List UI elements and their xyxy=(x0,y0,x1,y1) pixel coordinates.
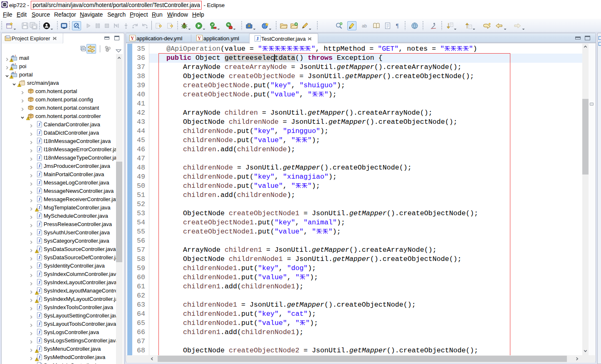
svg-text:J: J xyxy=(15,63,16,65)
svg-text:M: M xyxy=(12,63,14,66)
svg-text:J: J xyxy=(38,164,40,168)
svg-text:J: J xyxy=(38,338,40,343)
svg-text:J: J xyxy=(38,330,40,334)
svg-text:J: J xyxy=(38,322,40,326)
svg-text:J: J xyxy=(38,155,40,160)
svg-text:J: J xyxy=(38,239,40,243)
svg-text:J: J xyxy=(38,255,40,260)
svg-text:J: J xyxy=(38,263,40,268)
svg-text:M: M xyxy=(12,55,14,57)
svg-text:J: J xyxy=(38,130,40,135)
svg-text:J: J xyxy=(38,180,40,185)
svg-text:J: J xyxy=(38,222,40,226)
svg-text:Y: Y xyxy=(198,35,201,41)
svg-text:Y: Y xyxy=(131,35,134,41)
svg-text:ab: ab xyxy=(362,23,367,28)
svg-text:J: J xyxy=(38,122,40,127)
svg-text:J: J xyxy=(38,272,40,276)
svg-text:¶: ¶ xyxy=(396,23,399,29)
svg-text:J: J xyxy=(15,71,16,74)
svg-text:J: J xyxy=(38,197,40,202)
svg-text:J: J xyxy=(38,305,40,310)
svg-text:J: J xyxy=(38,313,40,318)
svg-text:M: M xyxy=(12,71,14,74)
svg-text:J: J xyxy=(38,172,40,177)
svg-text:J: J xyxy=(38,189,40,193)
svg-text:J: J xyxy=(38,280,40,285)
svg-text:J: J xyxy=(256,36,259,42)
svg-text:J: J xyxy=(38,230,40,235)
svg-text:J: J xyxy=(38,147,40,152)
svg-text:J: J xyxy=(38,214,40,218)
svg-text:J: J xyxy=(15,54,16,57)
svg-text:J: J xyxy=(38,139,40,143)
